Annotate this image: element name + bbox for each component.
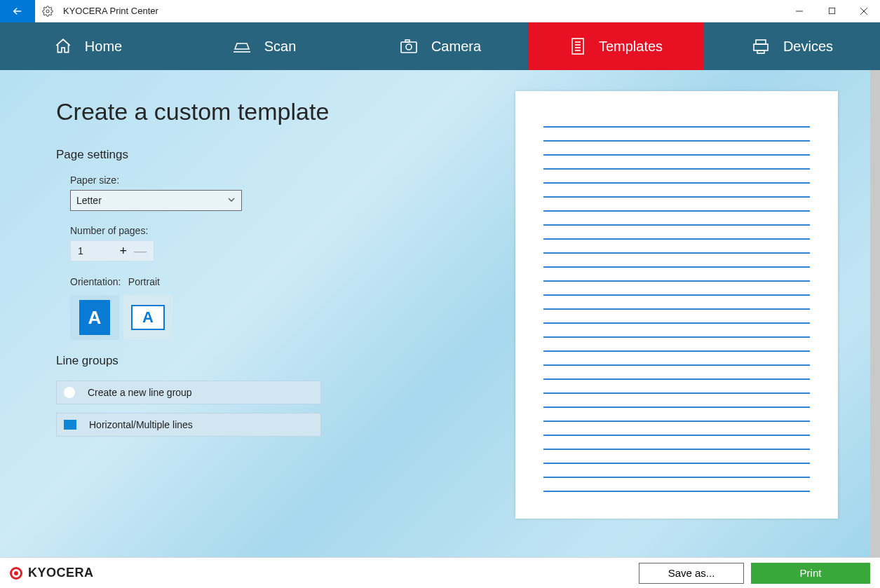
nav-home[interactable]: Home — [0, 22, 176, 70]
orientation-landscape-button[interactable]: A — [123, 295, 172, 340]
svg-rect-2 — [829, 8, 834, 13]
nav-scan-label: Scan — [264, 39, 297, 55]
nav-devices-label: Devices — [783, 39, 833, 55]
preview-line — [543, 140, 810, 142]
svg-rect-9 — [572, 39, 583, 54]
app-title: KYOCERA Print Center — [60, 6, 158, 16]
nav-home-label: Home — [85, 39, 122, 55]
create-line-group-button[interactable]: Create a new line group — [56, 381, 321, 404]
preview-line — [543, 336, 810, 338]
devices-icon — [751, 38, 771, 55]
brand-logo: KYOCERA — [10, 566, 94, 580]
preview-line — [543, 491, 810, 492]
preview-line — [543, 463, 810, 464]
preview-line — [543, 196, 810, 198]
nav-camera-label: Camera — [431, 39, 481, 55]
templates-icon — [569, 37, 586, 55]
page-preview — [515, 91, 838, 519]
minimize-button[interactable] — [783, 0, 815, 22]
preview-line — [543, 435, 810, 436]
create-line-group-label: Create a new line group — [88, 387, 192, 398]
preview-line — [543, 477, 810, 478]
camera-icon — [399, 38, 419, 55]
nav-templates[interactable]: Templates — [528, 22, 704, 70]
brand-text: KYOCERA — [28, 566, 94, 580]
preview-line — [543, 406, 810, 408]
orientation-value: Portrait — [128, 276, 160, 287]
portrait-glyph-icon: A — [79, 300, 110, 335]
preview-line — [543, 294, 810, 296]
orientation-label: Orientation: — [70, 276, 121, 287]
preview-line — [543, 266, 810, 268]
back-button[interactable] — [0, 0, 35, 22]
preview-line — [543, 182, 810, 184]
preview-line — [543, 238, 810, 240]
preview-line — [543, 364, 810, 366]
preview-line — [543, 308, 810, 310]
preview-line — [543, 449, 810, 450]
back-arrow-icon — [11, 5, 24, 18]
save-as-button[interactable]: Save as... — [639, 563, 744, 584]
add-circle-icon — [64, 387, 75, 398]
home-icon — [54, 37, 72, 55]
settings-icon[interactable] — [35, 6, 60, 17]
page-title: Create a custom template — [56, 98, 421, 125]
preview-line — [543, 378, 810, 380]
paper-size-select[interactable]: Letter — [70, 190, 242, 211]
vertical-scrollbar[interactable] — [870, 70, 880, 557]
nav-devices[interactable]: Devices — [704, 22, 880, 70]
num-pages-label: Number of pages: — [70, 225, 421, 236]
preview-line — [543, 224, 810, 226]
svg-rect-15 — [754, 44, 768, 50]
main-nav: Home Scan Camera Templates Devices — [0, 22, 880, 70]
preview-line — [543, 280, 810, 282]
num-pages-spinner[interactable]: 1 + — — [70, 240, 154, 261]
svg-point-7 — [406, 44, 412, 50]
svg-rect-8 — [405, 40, 409, 42]
scan-icon — [232, 37, 252, 55]
paper-size-value: Letter — [76, 195, 102, 206]
svg-rect-14 — [756, 40, 766, 44]
brand-mark-icon — [10, 567, 22, 580]
preview-line — [543, 168, 810, 170]
titlebar: KYOCERA Print Center — [0, 0, 880, 22]
nav-scan[interactable]: Scan — [176, 22, 352, 70]
landscape-glyph-icon: A — [131, 305, 165, 330]
svg-point-0 — [46, 10, 49, 13]
num-pages-value: 1 — [78, 245, 83, 257]
preview-line — [543, 350, 810, 352]
print-button[interactable]: Print — [751, 563, 870, 584]
nav-templates-label: Templates — [599, 39, 663, 55]
page-settings-title: Page settings — [56, 148, 421, 162]
chevron-down-icon — [227, 195, 236, 206]
maximize-button[interactable] — [815, 0, 848, 22]
preview-line — [543, 210, 810, 212]
main-content: Create a custom template Page settings P… — [0, 70, 880, 557]
line-groups-title: Line groups — [56, 354, 421, 368]
line-group-item-label: Horizontal/Multiple lines — [89, 419, 193, 430]
decrement-button: — — [134, 244, 147, 259]
footer: KYOCERA Save as... Print — [0, 557, 880, 588]
preview-line — [543, 252, 810, 254]
close-button[interactable] — [848, 0, 880, 22]
line-group-item[interactable]: Horizontal/Multiple lines — [56, 413, 321, 437]
preview-line — [543, 126, 810, 128]
paper-size-label: Paper size: — [70, 175, 421, 186]
preview-line — [543, 154, 810, 156]
preview-line — [543, 392, 810, 394]
window-controls — [783, 0, 880, 22]
nav-camera[interactable]: Camera — [352, 22, 528, 70]
increment-button[interactable]: + — [119, 244, 127, 259]
orientation-portrait-button[interactable]: A — [70, 295, 119, 340]
line-group-swatch-icon — [64, 420, 76, 430]
preview-line — [543, 322, 810, 324]
preview-line — [543, 421, 810, 422]
svg-rect-16 — [757, 50, 764, 53]
settings-pane: Create a custom template Page settings P… — [56, 98, 421, 445]
